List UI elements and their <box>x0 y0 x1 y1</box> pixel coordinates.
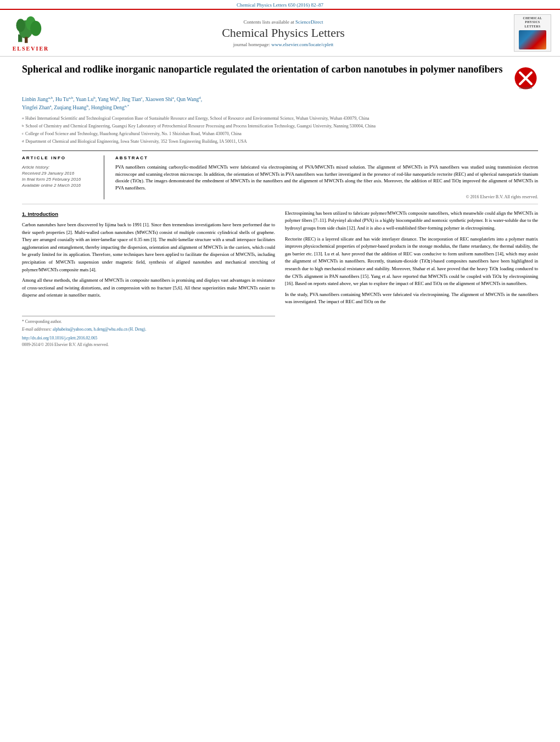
intro-para2: Among all these methods, the alignment o… <box>22 277 275 299</box>
article-info: ARTICLE INFO Article history: Received 2… <box>22 155 104 199</box>
intro-col2-para1: Electrospinning has been utilized to fab… <box>285 210 538 232</box>
abstract-heading: ABSTRACT <box>115 155 538 160</box>
journal-ref-text: Chemical Physics Letters 650 (2016) 82–8… <box>237 2 323 8</box>
affil-b: b School of Chemistry and Chemical Engin… <box>22 123 538 130</box>
article-info-abstract-section: ARTICLE INFO Article history: Received 2… <box>22 150 538 204</box>
page-wrapper: Chemical Physics Letters 650 (2016) 82–8… <box>0 0 560 742</box>
intro-col2-para2: Rectorite (REC) is a layered silicate an… <box>285 236 538 288</box>
abstract-section: ABSTRACT PVA nanofibers containing carbo… <box>115 155 538 199</box>
crossmark-icon: CrossMark <box>513 66 538 91</box>
journal-header: ELSEVIER Contents lists available at Sci… <box>0 9 560 57</box>
authors-line: Linbin Jianga,b, Hu Tua,b, Yuan Lub, Yan… <box>22 95 538 112</box>
email-addresses: alphabeita@yahoo.com, h.deng@whu.edu.cn … <box>53 327 146 332</box>
logo-title-text: CHEMICALPHYSICSLETTERS <box>523 16 542 28</box>
doi-line: http://dx.doi.org/10.1016/j.cplett.2016.… <box>22 335 275 342</box>
copyright-line: © 2016 Elsevier B.V. All rights reserved… <box>115 194 538 199</box>
svg-rect-5 <box>25 37 28 43</box>
body-columns: 1. Introduction Carbon nanotubes have be… <box>22 210 538 348</box>
article-dates: Article history: Received 29 January 201… <box>22 165 98 188</box>
contents-available-line: Contents lists available at ScienceDirec… <box>58 19 508 25</box>
main-content: Spherical and rodlike inorganic nanopart… <box>0 57 560 354</box>
issn-line: 0009-2614/© 2016 Elsevier B.V. All right… <box>22 342 275 348</box>
body-col-right: Electrospinning has been utilized to fab… <box>285 210 538 348</box>
article-history-label: Article history: <box>22 165 98 170</box>
doi-url: http://dx.doi.org/10.1016/j.cplett.2016.… <box>22 336 97 341</box>
final-form-date: In final form 25 February 2016 <box>22 177 98 182</box>
introduction-heading: 1. Introduction <box>22 210 275 218</box>
body-col-left: 1. Introduction Carbon nanotubes have be… <box>22 210 275 348</box>
svg-point-2 <box>16 19 25 32</box>
journal-reference-bar: Chemical Physics Letters 650 (2016) 82–8… <box>0 0 560 9</box>
journal-homepage: journal homepage: www.elsevier.com/locat… <box>58 42 508 47</box>
abstract-text: PVA nanofibers containing carboxylic-mod… <box>115 164 538 192</box>
elsevier-tree-icon <box>14 14 47 44</box>
email-label: E-mail addresses: <box>22 327 52 332</box>
corresponding-author-note: * Corresponding author. <box>22 319 275 325</box>
crossmark-logo: CrossMark <box>513 66 538 91</box>
article-info-heading: ARTICLE INFO <box>22 155 98 160</box>
elsevier-brand-text: ELSEVIER <box>13 46 49 52</box>
journal-logo-box: CHEMICALPHYSICSLETTERS <box>514 14 551 52</box>
article-title-section: Spherical and rodlike inorganic nanopart… <box>22 63 538 91</box>
footnotes-section: * Corresponding author. E-mail addresses… <box>22 316 275 348</box>
journal-title: Chemical Physics Letters <box>58 26 508 40</box>
intro-col2-para3: In the study, PVA nanofibers containing … <box>285 291 538 306</box>
footnote-content: * Corresponding author. E-mail addresses… <box>22 316 275 348</box>
sciencedirect-link[interactable]: ScienceDirect <box>295 19 323 25</box>
svg-point-4 <box>30 21 41 36</box>
homepage-url[interactable]: www.elsevier.com/locate/cplett <box>271 42 333 47</box>
intro-para1: Carbon nanotubes have been discovered by… <box>22 221 275 274</box>
affil-d: d Department of Chemical and Biological … <box>22 138 538 145</box>
journal-center: Contents lists available at ScienceDirec… <box>58 19 508 47</box>
available-online-date: Available online 2 March 2016 <box>22 183 98 188</box>
affiliations-section: a Hubei International Scientific and Tec… <box>22 115 538 145</box>
svg-text:CrossMark: CrossMark <box>519 86 533 90</box>
elsevier-logo: ELSEVIER <box>9 14 53 52</box>
affil-c: c College of Food Science and Technology… <box>22 131 538 137</box>
article-title: Spherical and rodlike inorganic nanopart… <box>22 63 508 76</box>
received-date: Received 29 January 2016 <box>22 171 98 176</box>
affil-a: a Hubei International Scientific and Tec… <box>22 115 538 122</box>
logo-graphic <box>519 30 546 49</box>
email-note: E-mail addresses: alphabeita@yahoo.com, … <box>22 326 275 333</box>
